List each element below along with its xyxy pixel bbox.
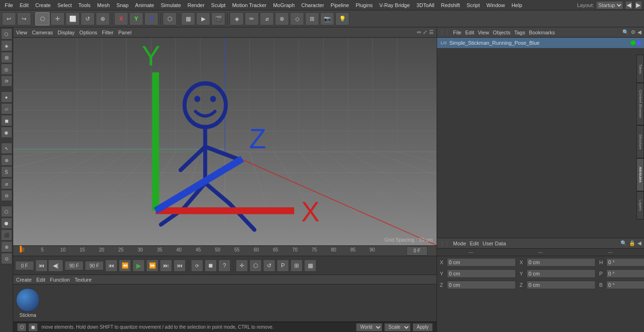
redo-button[interactable]: ↪ <box>17 12 31 25</box>
motion-mode-btn[interactable]: ⟳ <box>1 75 12 87</box>
mesh-mode-btn[interactable]: ◈ <box>1 40 12 51</box>
max-frame-input[interactable] <box>85 261 104 270</box>
tab-layers[interactable]: Layers <box>636 191 644 219</box>
rot-h-input[interactable] <box>606 258 644 267</box>
move-tool[interactable]: ✛ <box>50 12 65 25</box>
step-fwd-btn[interactable]: ⏩ <box>146 259 158 272</box>
undo-button[interactable]: ↩ <box>2 12 16 25</box>
edge-mode-btn[interactable]: ▱ <box>1 103 12 114</box>
grid-btn[interactable]: ⊞ <box>305 12 319 25</box>
scale-dropdown[interactable]: Scale <box>384 323 411 332</box>
render2-btn[interactable]: ▩ <box>304 259 316 272</box>
scale-x-input[interactable] <box>527 258 595 267</box>
menu-snap[interactable]: Snap <box>114 1 132 9</box>
obj5-btn[interactable]: ⊙ <box>1 253 12 264</box>
tab-structure[interactable]: Structure <box>636 125 644 158</box>
rot-p-input[interactable] <box>606 269 644 278</box>
view-cube-btn[interactable]: ◈ <box>230 12 244 25</box>
vp-icon-expand[interactable]: ⇔ <box>417 29 421 35</box>
menu-tools[interactable]: Tools <box>75 1 93 9</box>
menu-help[interactable]: Help <box>509 1 525 9</box>
vp-menu-filter[interactable]: Filter <box>102 30 113 35</box>
loop-btn[interactable]: ⊗ <box>275 12 289 25</box>
menu-simulate[interactable]: Simulate <box>158 1 184 9</box>
menu-script[interactable]: Script <box>464 1 483 9</box>
layout-arrow-right[interactable]: ▶ <box>635 1 642 9</box>
vp-menu-view[interactable]: View <box>16 30 27 35</box>
vp-menu-panel[interactable]: Panel <box>118 30 132 35</box>
render-frame-btn[interactable]: 🎬 <box>211 12 225 25</box>
start-frame-btn[interactable]: ◀| <box>48 259 63 272</box>
tool2-btn[interactable]: ⊕ <box>1 154 12 166</box>
coord-x-input[interactable] <box>447 258 516 267</box>
vp-menu-cameras[interactable]: Cameras <box>32 30 53 35</box>
vp-icon-arrows[interactable]: ⤢ <box>423 29 427 35</box>
stop-btn[interactable]: ⏹ <box>205 259 217 272</box>
rp-menu-objects[interactable]: Objects <box>493 30 510 35</box>
rp-search-icon[interactable]: 🔍 <box>622 29 629 35</box>
rp-menu-bookmarks[interactable]: Bookmarks <box>529 30 555 35</box>
menu-edit[interactable]: Edit <box>17 1 32 9</box>
mat-menu-texture[interactable]: Texture <box>74 277 91 283</box>
rot-b-input[interactable] <box>606 281 644 289</box>
loop-btn[interactable]: ⟳ <box>191 259 203 272</box>
scale-tool[interactable]: ⬜ <box>66 12 80 25</box>
attr-menu-edit[interactable]: Edit <box>470 241 479 246</box>
poly-mode-btn[interactable]: ◼ <box>1 115 12 126</box>
rp-collapse-icon[interactable]: ◀ <box>637 29 641 35</box>
axis-z[interactable]: Z <box>144 12 158 25</box>
menu-create[interactable]: Create <box>33 1 54 9</box>
mat-menu-edit[interactable]: Edit <box>36 277 45 283</box>
layout-select[interactable]: Startup <box>596 1 623 9</box>
coord-y-input[interactable] <box>447 269 516 278</box>
end-frame-input[interactable] <box>65 261 83 270</box>
step-back-btn[interactable]: ⏪ <box>119 259 131 272</box>
vp-menu-display[interactable]: Display <box>58 30 74 35</box>
status-icon-1[interactable]: ⬡ <box>17 323 26 332</box>
apply-button[interactable]: Apply <box>413 323 433 332</box>
menu-3dtoall[interactable]: 3DToAll <box>413 1 437 9</box>
obj1-btn[interactable]: ⬡ <box>1 206 12 217</box>
obj2-btn[interactable]: ⬢ <box>1 218 12 229</box>
dot-blue[interactable] <box>636 40 641 45</box>
menu-redshift[interactable]: Redshift <box>438 1 462 9</box>
uv-mode-btn[interactable]: ◉ <box>1 127 12 138</box>
preview-back-btn[interactable]: ⏮ <box>35 259 48 272</box>
menu-mesh[interactable]: Mesh <box>94 1 113 9</box>
scale-z-input[interactable] <box>527 281 595 289</box>
menu-character[interactable]: Character <box>298 1 327 9</box>
world-dropdown[interactable]: World <box>356 323 382 332</box>
vp-icon-settings[interactable]: ☰ <box>429 29 434 35</box>
menu-select[interactable]: Select <box>55 1 75 9</box>
obj3-btn[interactable]: ⬛ <box>1 229 12 241</box>
attr-icon-3[interactable]: ◀ <box>637 240 641 246</box>
point-mode-btn[interactable]: ● <box>1 91 12 103</box>
mat-menu-function[interactable]: Function <box>50 277 70 283</box>
tab-takes[interactable]: Takes <box>636 55 644 83</box>
snap-btn[interactable]: ✛ <box>236 259 248 272</box>
axis-x[interactable]: X <box>114 12 128 25</box>
start-frame-input[interactable]: 0 F <box>15 261 34 270</box>
tool5-btn[interactable]: ⊖ <box>1 190 12 201</box>
transform-tool[interactable]: ⊕ <box>96 12 110 25</box>
menu-sculpt[interactable]: Sculpt <box>208 1 229 9</box>
current-frame-display[interactable] <box>406 246 428 256</box>
playback-btn[interactable]: P <box>277 259 289 272</box>
go-start-btn[interactable]: ⏮ <box>105 259 117 272</box>
tool1-btn[interactable]: ↖ <box>1 143 12 154</box>
light-btn[interactable]: 💡 <box>335 12 349 25</box>
menu-file[interactable]: File <box>2 1 16 9</box>
vp-menu-options[interactable]: Options <box>79 30 97 35</box>
rp-settings-icon[interactable]: ⚙ <box>631 29 636 35</box>
rp-menu-edit[interactable]: Edit <box>465 30 474 35</box>
obj4-btn[interactable]: ⊗ <box>1 241 12 252</box>
render-region-btn[interactable]: ▩ <box>181 12 195 25</box>
attr-icon-2[interactable]: 🔒 <box>629 240 636 246</box>
mat-menu-create[interactable]: Create <box>16 277 32 283</box>
menu-motion-tracker[interactable]: Motion Tracker <box>229 1 269 9</box>
layout-arrow-left[interactable]: ◀ <box>625 1 633 9</box>
menu-vray[interactable]: V-Ray Bridge <box>377 1 413 9</box>
menu-animate[interactable]: Animate <box>132 1 157 9</box>
rp-menu-file[interactable]: File <box>453 30 462 35</box>
object-mode-btn[interactable]: ⬡ <box>163 12 177 25</box>
